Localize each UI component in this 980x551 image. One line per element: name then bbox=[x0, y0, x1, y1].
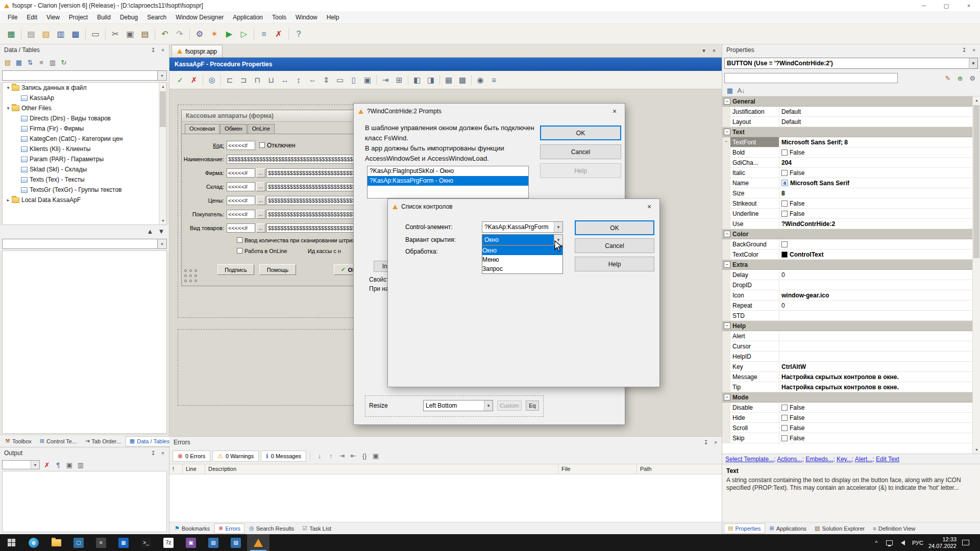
fields-list[interactable] bbox=[2, 251, 167, 434]
checkbox-icon[interactable] bbox=[781, 435, 788, 441]
property-value[interactable]: False bbox=[779, 168, 972, 178]
dialog-titlebar[interactable]: Список контролов bbox=[388, 199, 659, 214]
tables-filter-input[interactable] bbox=[2, 70, 158, 81]
column-header-file[interactable]: File bbox=[558, 464, 637, 474]
taskbar-viewer-icon[interactable]: ▣ bbox=[180, 534, 202, 551]
add-icon[interactable]: ⊕ bbox=[954, 73, 966, 83]
property-value[interactable]: aMicrosoft Sans Serif bbox=[779, 178, 972, 188]
preview-icon[interactable]: ◉ bbox=[474, 73, 487, 87]
chevron-down-icon[interactable] bbox=[969, 58, 977, 68]
alphabetical-icon[interactable]: A↓ bbox=[736, 86, 747, 96]
property-value[interactable]: 0 bbox=[779, 300, 972, 310]
center-vertical-icon[interactable]: ↕ bbox=[292, 73, 305, 87]
redo-icon[interactable]: ↷ bbox=[173, 27, 187, 41]
property-row[interactable]: HelpID bbox=[722, 352, 972, 362]
property-category[interactable]: −Extra bbox=[722, 260, 972, 270]
menu-search[interactable]: Search bbox=[142, 12, 171, 23]
property-link[interactable]: Actions... bbox=[777, 456, 802, 463]
checkbox-icon[interactable] bbox=[781, 425, 788, 431]
property-grid-scrollbar[interactable] bbox=[972, 96, 980, 454]
property-link[interactable]: Alert... bbox=[855, 456, 873, 463]
property-value[interactable]: False bbox=[779, 423, 972, 433]
property-row[interactable]: STD bbox=[722, 311, 972, 321]
property-value[interactable]: CtrlAltW bbox=[779, 362, 972, 371]
pin-icon[interactable] bbox=[702, 438, 710, 446]
bring-front-icon[interactable]: ◧ bbox=[410, 73, 424, 87]
taskbar-designer-1-icon[interactable]: ▧ bbox=[202, 534, 225, 551]
property-row[interactable]: NameaMicrosoft Sans Serif bbox=[722, 178, 972, 188]
property-row[interactable]: BoldFalse bbox=[722, 147, 972, 158]
cancel-button[interactable]: Cancel bbox=[575, 238, 654, 253]
collapse-icon[interactable]: − bbox=[724, 98, 730, 105]
same-size-icon[interactable]: ▣ bbox=[361, 73, 374, 87]
cancel-button[interactable]: Cancel bbox=[540, 144, 621, 159]
properties-icon[interactable]: ≡ bbox=[487, 73, 501, 87]
entry-field[interactable]: <<<<<# bbox=[227, 223, 255, 233]
close-icon[interactable] bbox=[159, 449, 167, 457]
tree-item[interactable]: ▸Local Data KassaApF bbox=[3, 195, 159, 205]
property-row[interactable]: −TextFontMicrosoft Sans Serif; 8 bbox=[722, 137, 972, 147]
property-value[interactable]: Default bbox=[779, 117, 972, 127]
property-row[interactable]: StrikeoutFalse bbox=[722, 198, 972, 209]
property-value[interactable]: ControlText bbox=[779, 249, 972, 259]
right-tab[interactable]: ⊞Applications bbox=[766, 523, 811, 534]
help-button[interactable]: Помощь bbox=[259, 264, 296, 275]
tree-item[interactable]: Klients (Kli) - Клиенты bbox=[3, 144, 159, 154]
scroll-up-icon[interactable] bbox=[159, 83, 167, 90]
property-row[interactable]: JustificationDefault bbox=[722, 107, 972, 117]
filter-icon[interactable] bbox=[158, 239, 167, 249]
browse-button[interactable] bbox=[256, 223, 265, 233]
save-icon[interactable]: ▥ bbox=[54, 27, 68, 41]
tree-item[interactable]: KassaAp bbox=[3, 93, 159, 103]
property-row[interactable]: Repeat0 bbox=[722, 300, 972, 311]
hidden-controls-listbox[interactable]: ?KasAp:FlagInputSkKol - Окно?KasAp:Kassa… bbox=[367, 166, 529, 198]
next-icon[interactable]: ↓ bbox=[314, 451, 325, 461]
collapse-icon[interactable]: − bbox=[724, 231, 730, 237]
open-icon[interactable]: ▧ bbox=[39, 27, 53, 41]
back-icon[interactable]: ⇤ bbox=[348, 451, 359, 461]
hide-variant-droplist[interactable]: ОкноМенюЗапрос bbox=[482, 245, 563, 274]
collapse-icon[interactable]: − bbox=[724, 322, 730, 329]
property-value[interactable]: Default bbox=[779, 107, 972, 116]
pad-tab[interactable]: ⊞Control Te... bbox=[36, 436, 80, 446]
ok-button[interactable]: OK bbox=[540, 126, 621, 140]
property-value[interactable] bbox=[779, 352, 972, 361]
controls-list-dialog[interactable]: Список контролов Control-элемент: Вариан… bbox=[387, 198, 660, 387]
checkbox-icon[interactable] bbox=[259, 142, 265, 148]
column-header-[interactable]: ! bbox=[169, 464, 183, 474]
property-row[interactable]: Use?WindContrHide:2 bbox=[722, 219, 972, 229]
data-grid-icon[interactable]: ▦ bbox=[4, 27, 18, 41]
property-category[interactable]: −General bbox=[722, 96, 972, 107]
pad-tab[interactable]: ⚒Toolbox bbox=[2, 436, 35, 446]
cut-icon[interactable]: ✂ bbox=[108, 27, 122, 41]
property-link[interactable]: Embeds... bbox=[805, 456, 833, 463]
dialog-titlebar[interactable]: ?WindContrHide:2 Prompts bbox=[354, 104, 625, 119]
generate-icon[interactable]: ✶ bbox=[207, 27, 222, 41]
property-row[interactable]: UnderlineFalse bbox=[722, 209, 972, 219]
taskbar-edge-icon[interactable]: e bbox=[22, 534, 45, 551]
center-horizontal-icon[interactable]: ↔ bbox=[278, 73, 291, 87]
taskbar-editor-icon[interactable]: ≡ bbox=[90, 534, 112, 551]
droplist-item[interactable]: Меню bbox=[482, 255, 562, 264]
toggle-grid-icon[interactable]: ▦ bbox=[442, 73, 455, 87]
scroll-down-icon[interactable] bbox=[159, 217, 167, 224]
space-vertical-icon[interactable]: ⇕ bbox=[320, 73, 333, 87]
right-tab[interactable]: ≡Definition View bbox=[869, 523, 919, 534]
move-up-icon[interactable]: ▲ bbox=[144, 226, 156, 236]
property-category[interactable]: −Text bbox=[722, 127, 972, 137]
pad-tab[interactable]: ▦Data / Tables bbox=[126, 436, 174, 446]
property-row[interactable]: DisableFalse bbox=[722, 403, 972, 413]
align-right-icon[interactable]: ⊐ bbox=[237, 73, 250, 87]
menu-edit[interactable]: Edit bbox=[22, 12, 42, 23]
taskbar-start-icon[interactable] bbox=[0, 534, 22, 551]
tree-item[interactable]: TextsGr (TexGr) - Группы текстов bbox=[3, 185, 159, 195]
braces-icon[interactable]: {} bbox=[359, 451, 370, 461]
refresh-icon[interactable]: ↻ bbox=[58, 57, 69, 67]
right-tab[interactable]: ▧Solution Explorer bbox=[811, 523, 868, 534]
checkbox-icon[interactable] bbox=[781, 415, 788, 421]
chevron-down-icon[interactable] bbox=[554, 222, 562, 232]
maximize-icon[interactable] bbox=[935, 0, 958, 11]
hide-variant-combo[interactable]: Окно bbox=[482, 234, 563, 245]
property-value[interactable]: 8 bbox=[779, 188, 972, 198]
copy-icon[interactable]: ▣ bbox=[123, 27, 137, 41]
